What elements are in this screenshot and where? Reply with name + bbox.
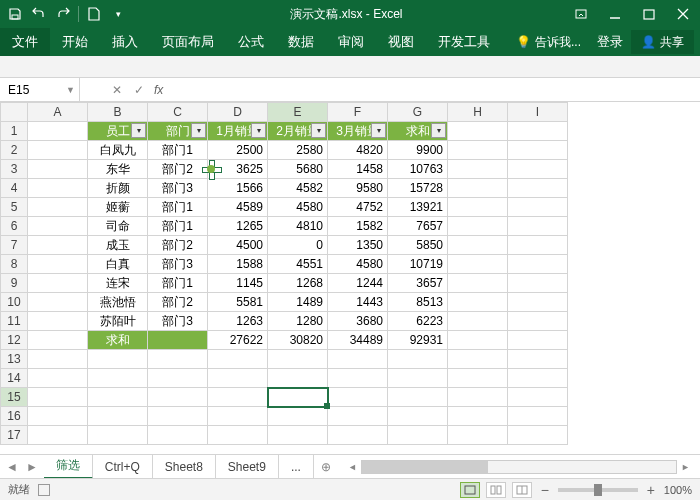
cell[interactable]: 部门3 (148, 312, 208, 331)
cell[interactable]: 司命 (88, 217, 148, 236)
save-icon[interactable] (4, 3, 26, 25)
cell[interactable]: 1443 (328, 293, 388, 312)
cell[interactable] (88, 350, 148, 369)
cell[interactable] (28, 312, 88, 331)
sheet-tab[interactable]: 筛选 (44, 455, 93, 479)
cell[interactable]: 7657 (388, 217, 448, 236)
row-header[interactable]: 16 (0, 407, 28, 426)
cell[interactable]: 成玉 (88, 236, 148, 255)
cell[interactable] (28, 141, 88, 160)
cell[interactable] (448, 236, 508, 255)
zoom-in-button[interactable]: + (644, 482, 658, 498)
cell[interactable]: 10763 (388, 160, 448, 179)
cell[interactable] (508, 198, 568, 217)
column-header-H[interactable]: H (448, 102, 508, 122)
cell[interactable]: 4582 (268, 179, 328, 198)
add-sheet-button[interactable]: ⊕ (314, 460, 338, 474)
cell[interactable]: 员工▾ (88, 122, 148, 141)
view-page-break-icon[interactable] (512, 482, 532, 498)
cell[interactable]: 2500 (208, 141, 268, 160)
column-header-G[interactable]: G (388, 102, 448, 122)
ribbon-options-icon[interactable] (564, 0, 598, 28)
cell[interactable]: 4820 (328, 141, 388, 160)
cell[interactable] (508, 350, 568, 369)
cell[interactable]: 部门3 (148, 179, 208, 198)
cell[interactable]: 2580 (268, 141, 328, 160)
cell[interactable]: 求和▾ (388, 122, 448, 141)
cell[interactable]: 部门2 (148, 236, 208, 255)
share-button[interactable]: 👤共享 (631, 30, 694, 54)
cell[interactable]: 9580 (328, 179, 388, 198)
filter-dropdown-icon[interactable]: ▾ (371, 123, 386, 138)
row-header[interactable]: 2 (0, 141, 28, 160)
cell[interactable] (388, 350, 448, 369)
cancel-formula-icon[interactable]: ✕ (110, 83, 124, 97)
tab-home[interactable]: 开始 (50, 28, 100, 56)
cell[interactable] (28, 255, 88, 274)
cell[interactable] (28, 293, 88, 312)
cell[interactable] (508, 426, 568, 445)
cell[interactable] (148, 369, 208, 388)
qat-dropdown-icon[interactable]: ▾ (107, 3, 129, 25)
cell[interactable] (268, 388, 328, 407)
cell[interactable] (208, 369, 268, 388)
cell[interactable] (268, 407, 328, 426)
tab-review[interactable]: 审阅 (326, 28, 376, 56)
cell[interactable] (508, 312, 568, 331)
cell[interactable]: 3625 (208, 160, 268, 179)
formula-input[interactable] (163, 78, 700, 101)
cell[interactable]: 姬蘅 (88, 198, 148, 217)
column-header-C[interactable]: C (148, 102, 208, 122)
cell[interactable]: 1566 (208, 179, 268, 198)
cell[interactable]: 求和 (88, 331, 148, 350)
column-header-A[interactable]: A (28, 102, 88, 122)
sheet-more[interactable]: ... (279, 455, 314, 479)
cell[interactable]: 1268 (268, 274, 328, 293)
cell[interactable] (448, 122, 508, 141)
sheet-tab[interactable]: Sheet8 (153, 455, 216, 479)
cell[interactable]: 0 (268, 236, 328, 255)
cell[interactable]: 1582 (328, 217, 388, 236)
view-normal-icon[interactable] (460, 482, 480, 498)
minimize-icon[interactable] (598, 0, 632, 28)
cell[interactable]: 5850 (388, 236, 448, 255)
cell[interactable]: 3657 (388, 274, 448, 293)
cell[interactable] (388, 407, 448, 426)
cell[interactable] (388, 426, 448, 445)
worksheet-grid[interactable]: ABCDEFGHI1员工▾部门▾1月销量▾2月销量▾3月销量▾求和▾2白凤九部门… (0, 102, 700, 454)
cell[interactable]: 燕池悟 (88, 293, 148, 312)
cell[interactable]: 部门1 (148, 141, 208, 160)
cell[interactable]: 1350 (328, 236, 388, 255)
cell[interactable] (148, 331, 208, 350)
cell[interactable]: 部门▾ (148, 122, 208, 141)
cell[interactable]: 部门1 (148, 274, 208, 293)
cell[interactable]: 4589 (208, 198, 268, 217)
row-header[interactable]: 6 (0, 217, 28, 236)
sheet-next-icon[interactable]: ► (26, 460, 38, 474)
cell[interactable] (448, 369, 508, 388)
cell[interactable] (508, 369, 568, 388)
cell[interactable] (268, 369, 328, 388)
cell[interactable] (28, 369, 88, 388)
name-box[interactable]: E15▼ (0, 78, 80, 101)
cell[interactable] (28, 179, 88, 198)
cell[interactable]: 4580 (328, 255, 388, 274)
cell[interactable] (268, 350, 328, 369)
undo-icon[interactable] (28, 3, 50, 25)
sheet-tab[interactable]: Sheet9 (216, 455, 279, 479)
cell[interactable]: 92931 (388, 331, 448, 350)
cell[interactable] (88, 407, 148, 426)
cell[interactable] (508, 255, 568, 274)
cell[interactable] (508, 407, 568, 426)
cell[interactable]: 1489 (268, 293, 328, 312)
cell[interactable] (28, 331, 88, 350)
tab-page-layout[interactable]: 页面布局 (150, 28, 226, 56)
view-page-layout-icon[interactable] (486, 482, 506, 498)
filter-dropdown-icon[interactable]: ▾ (191, 123, 206, 138)
cell[interactable]: 8513 (388, 293, 448, 312)
cell[interactable]: 部门1 (148, 217, 208, 236)
column-header-F[interactable]: F (328, 102, 388, 122)
cell[interactable]: 1145 (208, 274, 268, 293)
filter-dropdown-icon[interactable]: ▾ (131, 123, 146, 138)
cell[interactable] (208, 426, 268, 445)
